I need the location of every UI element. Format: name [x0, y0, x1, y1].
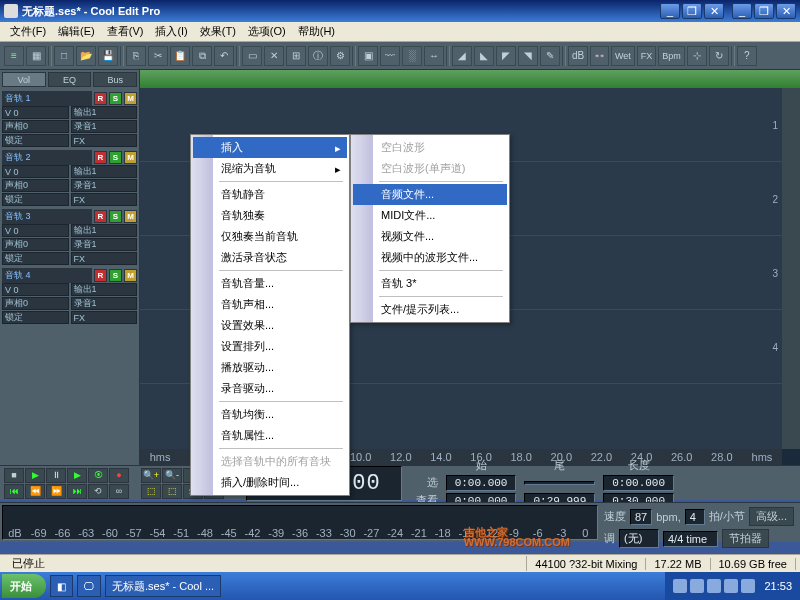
mute-button[interactable]: M: [124, 151, 137, 164]
fx-cell[interactable]: FX: [71, 252, 138, 265]
tab-vol[interactable]: Vol: [2, 72, 46, 87]
solo-button[interactable]: S: [109, 269, 122, 282]
volume-cell[interactable]: V 0: [2, 165, 69, 178]
tray-icon[interactable]: [690, 579, 704, 593]
volume-cell[interactable]: V 0: [2, 106, 69, 119]
key-value[interactable]: (无): [619, 529, 659, 548]
fx-cell[interactable]: FX: [71, 311, 138, 324]
tray-icon[interactable]: [741, 579, 755, 593]
taskbar-app[interactable]: 无标题.ses* - Cool ...: [105, 575, 221, 597]
pan-cell[interactable]: 声相0: [2, 297, 69, 310]
ctx-solo[interactable]: 音轨独奏: [193, 205, 347, 226]
stop-button[interactable]: ■: [4, 468, 24, 483]
beat-value[interactable]: 4: [685, 509, 705, 525]
ctx-insert[interactable]: 插入▸: [193, 137, 347, 158]
volume-cell[interactable]: V 0: [2, 283, 69, 296]
rec-cell[interactable]: 录音1: [71, 238, 138, 251]
undo-icon[interactable]: ↶: [214, 46, 234, 66]
ctx-eq[interactable]: 音轨均衡...: [193, 404, 347, 425]
ctx-playdev[interactable]: 播放驱动...: [193, 357, 347, 378]
app-restore-button[interactable]: ❐: [754, 3, 774, 19]
vol-env-icon[interactable]: ◢: [452, 46, 472, 66]
mix-paste-icon[interactable]: ⧉: [192, 46, 212, 66]
record-arm-button[interactable]: R: [94, 269, 107, 282]
ffwd-button[interactable]: ⏩: [46, 484, 66, 499]
ctx-cue-list[interactable]: 文件/提示列表...: [353, 299, 507, 320]
db-icon[interactable]: dB: [568, 46, 588, 66]
output-cell[interactable]: 输出1: [71, 224, 138, 237]
wet-icon[interactable]: Wet: [611, 46, 635, 66]
envelope-icon[interactable]: 〰: [380, 46, 400, 66]
edit-env-icon[interactable]: ✎: [540, 46, 560, 66]
menu-insert[interactable]: 插入(I): [149, 22, 193, 41]
ctx-recdev[interactable]: 录音驱动...: [193, 378, 347, 399]
spectral-icon[interactable]: ░: [402, 46, 422, 66]
ctx-volume[interactable]: 音轨音量...: [193, 273, 347, 294]
paste-icon[interactable]: 📋: [170, 46, 190, 66]
metronome-button[interactable]: 节拍器: [722, 529, 769, 548]
ctx-fx[interactable]: 设置效果...: [193, 315, 347, 336]
solo-button[interactable]: S: [109, 151, 122, 164]
play-button[interactable]: ▶: [25, 468, 45, 483]
rec-cell[interactable]: 录音1: [71, 297, 138, 310]
zoom-in-left-button[interactable]: ⬚: [141, 484, 161, 499]
fx-cell[interactable]: FX: [71, 134, 138, 147]
minimize-button[interactable]: _: [660, 3, 680, 19]
ctx-mute[interactable]: 音轨静音: [193, 184, 347, 205]
ctx-arrange[interactable]: 设置排列...: [193, 336, 347, 357]
pan-cell[interactable]: 声相0: [2, 120, 69, 133]
open-icon[interactable]: 📂: [76, 46, 96, 66]
solo-button[interactable]: S: [109, 92, 122, 105]
mode-multitrack-icon[interactable]: ▦: [26, 46, 46, 66]
pan-cell[interactable]: 声相0: [2, 238, 69, 251]
pan-cell[interactable]: 声相0: [2, 179, 69, 192]
track-name[interactable]: 音轨 2: [2, 150, 92, 165]
punch-button[interactable]: ⟲: [88, 484, 108, 499]
fx-icon[interactable]: FX: [637, 46, 657, 66]
info-icon[interactable]: ⓘ: [308, 46, 328, 66]
lock-cell[interactable]: 锁定: [2, 252, 69, 265]
tray-icon[interactable]: [673, 579, 687, 593]
ctx-ins-del-time[interactable]: 插入/删除时间...: [193, 472, 347, 493]
bpm-value[interactable]: 87: [630, 509, 652, 525]
trim-icon[interactable]: ✕: [264, 46, 284, 66]
play-loop-button[interactable]: ▶: [67, 468, 87, 483]
move-icon[interactable]: ↔: [424, 46, 444, 66]
mode-edit-icon[interactable]: ≡: [4, 46, 24, 66]
vertical-scrollbar[interactable]: [782, 88, 800, 449]
timesig-value[interactable]: 4/4 time: [663, 531, 718, 547]
ctx-wave-in-video[interactable]: 视频中的波形文件...: [353, 247, 507, 268]
snap-icon[interactable]: ⊹: [687, 46, 707, 66]
rec-cell[interactable]: 录音1: [71, 179, 138, 192]
menu-help[interactable]: 帮助(H): [292, 22, 341, 41]
ctx-props[interactable]: 音轨属性...: [193, 425, 347, 446]
lock-cell[interactable]: 锁定: [2, 134, 69, 147]
start-button[interactable]: 开始: [2, 574, 46, 598]
ctx-midi-file[interactable]: MIDI文件...: [353, 205, 507, 226]
menu-effects[interactable]: 效果(T): [194, 22, 242, 41]
zoom-in-right-button[interactable]: ⬚: [162, 484, 182, 499]
help-icon[interactable]: ?: [737, 46, 757, 66]
ctx-track-3[interactable]: 音轨 3*: [353, 273, 507, 294]
hide-icon[interactable]: ▣: [358, 46, 378, 66]
track-name[interactable]: 音轨 4: [2, 268, 92, 283]
close-button[interactable]: ✕: [704, 3, 724, 19]
copy-icon[interactable]: ⎘: [126, 46, 146, 66]
loop-toggle-button[interactable]: ∞: [109, 484, 129, 499]
tray-icon[interactable]: [707, 579, 721, 593]
go-end-button[interactable]: ⏭: [67, 484, 87, 499]
record-button[interactable]: ●: [109, 468, 129, 483]
group-icon[interactable]: ▭: [242, 46, 262, 66]
bpm-icon[interactable]: Bpm: [658, 46, 685, 66]
pan-env-icon[interactable]: ◣: [474, 46, 494, 66]
new-icon[interactable]: □: [54, 46, 74, 66]
tab-bus[interactable]: Bus: [93, 72, 137, 87]
lr-icon[interactable]: 👓: [590, 46, 609, 66]
advanced-button[interactable]: 高级...: [749, 507, 794, 526]
loop-icon[interactable]: ↻: [709, 46, 729, 66]
menu-view[interactable]: 查看(V): [101, 22, 150, 41]
menu-options[interactable]: 选项(O): [242, 22, 292, 41]
fx-cell[interactable]: FX: [71, 193, 138, 206]
lock-cell[interactable]: 锁定: [2, 311, 69, 324]
sel-end[interactable]: [524, 481, 595, 485]
